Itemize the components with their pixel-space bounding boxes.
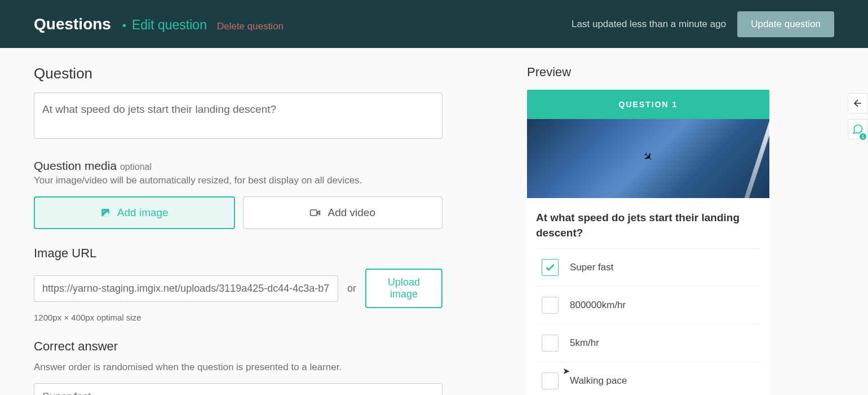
image-url-input[interactable] — [34, 275, 338, 302]
image-url-label: Image URL — [34, 246, 442, 261]
video-icon — [309, 207, 321, 218]
plane-icon: ✈ — [640, 149, 657, 165]
form-column: Question At what speed do jets start the… — [34, 65, 442, 395]
chat-badge: 1 — [860, 133, 866, 140]
page-subtitle: Edit question — [132, 17, 207, 33]
check-icon — [544, 262, 556, 273]
image-icon — [100, 208, 110, 218]
contrail-graphic — [736, 119, 769, 198]
correct-answer-helper: Answer order is randomised when the ques… — [34, 362, 442, 373]
page-header: Questions • Edit question Delete questio… — [0, 0, 868, 48]
header-right: Last updated less than a minute ago Upda… — [572, 11, 834, 37]
preview-answer-row[interactable]: Super fast — [536, 248, 760, 286]
preview-answer-row[interactable]: 5km/hr — [536, 324, 760, 362]
preview-label: Preview — [527, 65, 769, 80]
preview-column: Preview QUESTION 1 ✈ At what speed do je… — [527, 65, 769, 395]
arrow-left-icon — [852, 98, 863, 109]
or-text: or — [347, 283, 356, 295]
preview-question-text: At what speed do jets start their landin… — [527, 198, 769, 248]
svg-rect-2 — [311, 210, 317, 216]
header-left: Questions • Edit question Delete questio… — [34, 15, 284, 33]
side-floating-toolbar: 1 — [848, 93, 868, 139]
image-size-hint: 1200px × 400px optimal size — [34, 313, 442, 322]
update-question-button[interactable]: Update question — [737, 11, 834, 37]
upload-image-button[interactable]: Upload image — [365, 269, 442, 308]
question-input[interactable]: At what speed do jets start their landin… — [34, 93, 442, 139]
answer-checkbox[interactable] — [542, 372, 559, 389]
media-helper: Your image/video will be automatically r… — [34, 175, 442, 186]
correct-answer-label: Correct answer — [34, 339, 442, 354]
add-video-label: Add video — [327, 207, 375, 219]
answer-text: 800000km/hr — [570, 300, 626, 311]
optional-tag: optional — [120, 162, 152, 172]
preview-card: QUESTION 1 ✈ At what speed do jets start… — [527, 90, 769, 395]
media-label-text: Question media — [34, 159, 117, 172]
preview-answers-list: Super fast800000km/hr5km/hrWalking pace — [527, 248, 769, 395]
answer-text: Walking pace — [570, 375, 627, 387]
preview-answer-row[interactable]: Walking pace — [536, 362, 760, 395]
answer-text: 5km/hr — [570, 337, 599, 349]
chat-button[interactable]: 1 — [848, 119, 868, 139]
add-image-button[interactable]: Add image — [34, 196, 235, 229]
preview-question-number: QUESTION 1 — [527, 90, 769, 119]
question-label: Question — [34, 65, 442, 82]
svg-point-1 — [103, 210, 104, 212]
back-button[interactable] — [848, 93, 868, 113]
delete-question-link[interactable]: Delete question — [217, 21, 284, 32]
media-label: Question media optional — [34, 159, 442, 173]
last-updated-text: Last updated less than a minute ago — [572, 19, 726, 30]
answer-checkbox[interactable] — [542, 297, 559, 314]
page-title: Questions — [34, 15, 111, 33]
answer-checkbox[interactable] — [542, 259, 559, 276]
preview-image: ✈ — [527, 119, 769, 198]
add-video-button[interactable]: Add video — [243, 196, 443, 229]
answer-text: Super fast — [570, 262, 614, 273]
correct-answer-input[interactable] — [34, 383, 442, 395]
preview-answer-row[interactable]: 800000km/hr — [536, 286, 760, 324]
answer-checkbox[interactable] — [542, 335, 559, 352]
bullet-separator: • — [122, 19, 126, 32]
add-image-label: Add image — [117, 207, 169, 219]
